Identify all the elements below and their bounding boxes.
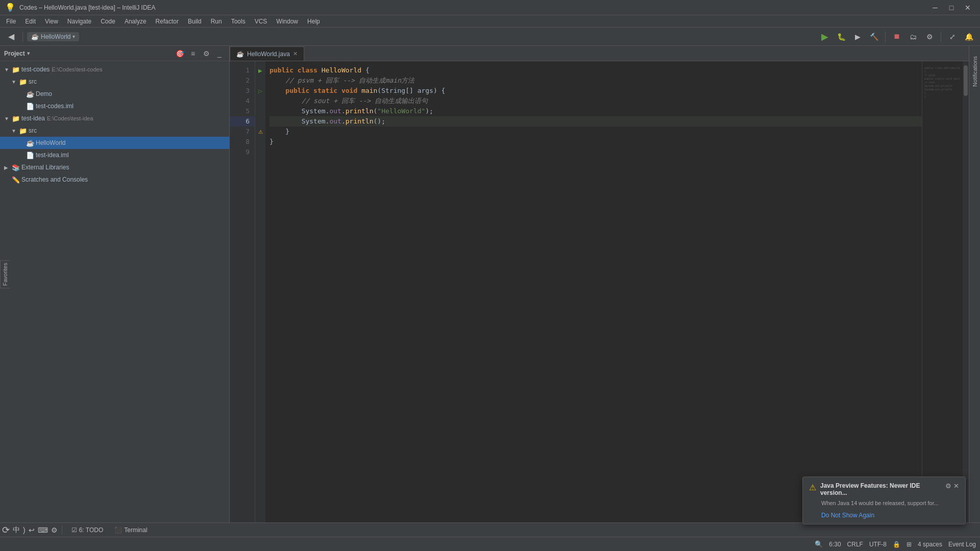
panel-locate-btn[interactable]: 🎯 xyxy=(174,48,185,59)
tree-item-test-codes-iml[interactable]: 📄 test-codes.iml xyxy=(0,100,229,112)
tree-item-test-idea[interactable]: ▼ 📁 test-idea E:\Codes\test-idea xyxy=(0,112,229,124)
gutter-2 xyxy=(255,76,265,86)
tree-item-external-libraries[interactable]: ▶ 📚 External Libraries xyxy=(0,161,229,173)
status-indent-icon: ⊞ xyxy=(906,541,912,548)
status-indent[interactable]: 4 spaces xyxy=(918,541,942,548)
java-icon-helloworld: ☕ xyxy=(26,139,35,147)
editor-tab-helloworld[interactable]: ☕ HelloWorld.java ✕ xyxy=(230,46,304,61)
notification-settings-btn[interactable]: ⚙ xyxy=(945,482,951,490)
tree-item-scratches[interactable]: ✏️ Scratches and Consoles xyxy=(0,173,229,186)
tree-item-helloworld[interactable]: ☕ HelloWorld xyxy=(0,137,229,149)
tree-arrow-test-idea: ▼ xyxy=(4,116,11,121)
tree-label-demo: Demo xyxy=(36,90,52,97)
panel-settings-btn[interactable]: ⚙ xyxy=(201,48,212,59)
editor-scrollbar[interactable] xyxy=(963,61,969,522)
tree-label-src-2: src xyxy=(29,127,37,134)
code-line-7: } xyxy=(270,127,922,137)
menu-edit[interactable]: Edit xyxy=(21,17,40,26)
menu-run[interactable]: Run xyxy=(207,17,226,26)
java-icon-demo: ☕ xyxy=(26,90,35,98)
tree-item-test-idea-iml[interactable]: 📄 test-idea.iml xyxy=(0,149,229,161)
gutter-5 xyxy=(255,106,265,116)
menu-code[interactable]: Code xyxy=(96,17,119,26)
line-num-5: 5 xyxy=(230,106,255,116)
code-editor[interactable]: 1 2 3 4 5 6 7 8 9 ▶ ▷ ⚠ xyxy=(230,61,969,522)
menu-build[interactable]: Build xyxy=(184,17,206,26)
close-button[interactable]: ✕ xyxy=(961,3,975,13)
tree-arrow-libraries: ▶ xyxy=(4,165,11,170)
menu-tools[interactable]: Tools xyxy=(227,17,250,26)
notification-actions: ⚙ ✕ xyxy=(945,482,959,490)
iml-icon-test-idea: 📄 xyxy=(26,152,35,159)
menu-help[interactable]: Help xyxy=(303,17,324,26)
code-content[interactable]: public class HelloWorld { // psvm + 回车 -… xyxy=(265,61,922,522)
tree-item-demo[interactable]: ☕ Demo xyxy=(0,88,229,100)
bottom-icon-1: 中 xyxy=(13,525,20,535)
minimize-button[interactable]: ─ xyxy=(928,3,942,13)
panel-minimize-btn[interactable]: _ xyxy=(214,48,225,59)
run-coverage-button[interactable]: ▶ xyxy=(850,30,865,44)
stop-button[interactable]: ■ xyxy=(890,30,904,44)
gutter-1[interactable]: ▶ xyxy=(255,65,265,76)
line-num-7: 7 xyxy=(230,127,255,137)
back-button[interactable]: ◀ xyxy=(4,30,18,44)
bottom-icon-keyboard[interactable]: ⌨ xyxy=(38,526,48,534)
module-icon-test-codes: 📁 xyxy=(11,66,20,73)
expand-button[interactable]: ⤢ xyxy=(945,30,960,44)
panel-title-arrow[interactable]: ▾ xyxy=(27,51,30,56)
tree-path-test-codes: E:\Codes\test-codes xyxy=(52,66,102,72)
project-structure-button[interactable]: 🗂 xyxy=(906,30,920,44)
bottom-tab-todo[interactable]: ☑ 6: TODO xyxy=(66,524,109,536)
tree-item-src-1[interactable]: ▼ 📁 src xyxy=(0,76,229,88)
bottom-tab-terminal-icon: ⬛ xyxy=(114,527,122,534)
bottom-tab-terminal[interactable]: ⬛ Terminal xyxy=(109,524,152,536)
tree-label-helloworld: HelloWorld xyxy=(36,139,65,146)
run-config-label: HelloWorld xyxy=(41,33,70,40)
menu-view[interactable]: View xyxy=(41,17,62,26)
title-bar-controls: ─ □ ✕ xyxy=(928,3,975,13)
debug-button[interactable]: 🐛 xyxy=(834,30,848,44)
menu-analyze[interactable]: Analyze xyxy=(120,17,151,26)
bottom-tab-todo-label: 6: TODO xyxy=(79,527,104,534)
editor-tab-close[interactable]: ✕ xyxy=(293,51,298,57)
menu-navigate[interactable]: Navigate xyxy=(63,17,95,26)
notifications-button[interactable]: 🔔 xyxy=(962,30,976,44)
bottom-icon-settings[interactable]: ⚙ xyxy=(51,526,58,534)
gutter-3[interactable]: ▷ xyxy=(255,86,265,96)
status-line-ending[interactable]: CRLF xyxy=(847,541,863,548)
notification-close-btn[interactable]: ✕ xyxy=(953,482,959,490)
toolbar-right-actions: ▶ 🐛 ▶ 🔨 ■ 🗂 ⚙ ⤢ 🔔 xyxy=(818,30,976,44)
menu-refactor[interactable]: Refactor xyxy=(152,17,183,26)
code-line-4: // sout + 回车 --> 自动生成输出语句 xyxy=(270,96,922,106)
settings-button[interactable]: ⚙ xyxy=(922,30,937,44)
code-line-9 xyxy=(270,147,922,157)
tree-path-test-idea: E:\Codes\test-idea xyxy=(47,115,93,121)
status-search-icon[interactable]: 🔍 xyxy=(815,540,823,548)
folder-icon-src-2: 📁 xyxy=(18,127,28,135)
tree-item-src-2[interactable]: ▼ 📁 src xyxy=(0,124,229,137)
maximize-button[interactable]: □ xyxy=(944,3,959,13)
tree-label-test-codes-iml: test-codes.iml xyxy=(36,103,74,110)
tree-label-test-idea: test-idea xyxy=(21,115,45,122)
gutter-7[interactable]: ⚠ xyxy=(255,127,265,137)
run-button[interactable]: ▶ xyxy=(818,30,832,44)
scrollbar-thumb xyxy=(964,65,968,96)
status-encoding[interactable]: UTF-8 xyxy=(869,541,887,548)
favorites-tab[interactable]: Favorites xyxy=(0,260,10,288)
bottom-tabs: ⟳ 中 ) ↩ ⌨ ⚙ ☑ 6: TODO ⬛ Terminal xyxy=(0,522,980,537)
tree-item-test-codes[interactable]: ▼ 📁 test-codes E:\Codes\test-codes xyxy=(0,63,229,76)
app-icon: 💡 xyxy=(5,3,15,12)
status-event-log[interactable]: Event Log xyxy=(948,541,976,548)
notification-header: ⚠ Java Preview Features: Newer IDE versi… xyxy=(809,482,959,496)
run-config-selector[interactable]: ☕ HelloWorld ▾ xyxy=(27,32,79,41)
right-sidebar-notifications-tab[interactable]: Notifications xyxy=(971,52,979,91)
toolbar-separator-2 xyxy=(885,32,886,42)
status-line-col[interactable]: 6:30 xyxy=(829,541,841,548)
menu-file[interactable]: File xyxy=(2,17,20,26)
panel-collapse-btn[interactable]: ≡ xyxy=(187,48,199,59)
menu-window[interactable]: Window xyxy=(272,17,302,26)
tree-arrow-src-1: ▼ xyxy=(11,79,18,85)
build-button[interactable]: 🔨 xyxy=(867,30,881,44)
notification-do-not-show-link[interactable]: Do Not Show Again xyxy=(821,512,874,519)
menu-vcs[interactable]: VCS xyxy=(251,17,272,26)
